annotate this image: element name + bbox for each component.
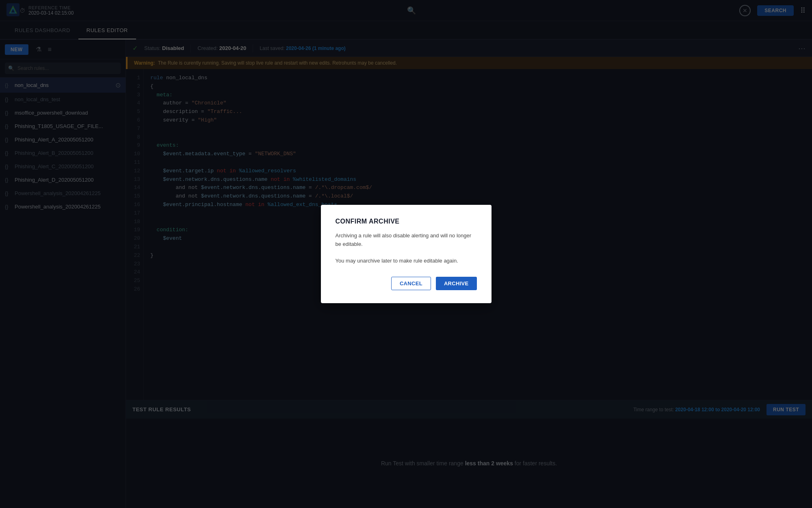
modal-title: CONFIRM ARCHIVE	[336, 218, 477, 225]
modal-cancel-button[interactable]: CANCEL	[391, 277, 431, 290]
modal-actions: CANCEL ARCHIVE	[336, 277, 477, 290]
modal-overlay: CONFIRM ARCHIVE Archiving a rule will al…	[0, 0, 812, 508]
modal-body-line2: You may unarchive later to make rule edi…	[336, 258, 458, 264]
modal-body: Archiving a rule will also disable alert…	[336, 232, 477, 265]
modal-body-line1: Archiving a rule will also disable alert…	[336, 232, 472, 247]
modal-archive-button[interactable]: ARCHIVE	[436, 277, 477, 290]
modal-dialog: CONFIRM ARCHIVE Archiving a rule will al…	[321, 205, 492, 303]
